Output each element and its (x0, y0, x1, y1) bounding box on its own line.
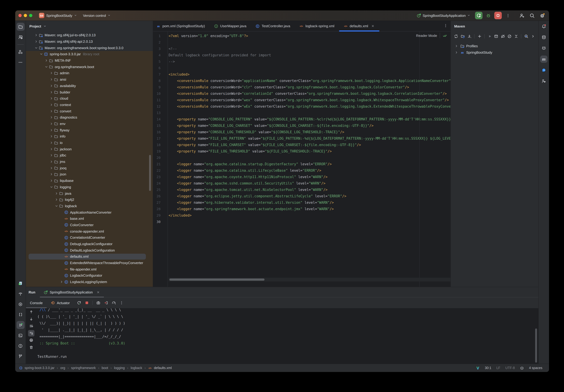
tree-row-META-INF[interactable]: META-INF (26, 57, 153, 64)
status-item[interactable]: UTF-8 (505, 366, 515, 370)
chevron-right-icon[interactable] (454, 44, 459, 48)
maven-toolbar-collapse-button[interactable] (513, 33, 519, 39)
run-button[interactable] (475, 12, 482, 19)
editor-tab-pom.xml-SpringBootStudy-[interactable]: mpom.xml (SpringBootStudy) (153, 21, 210, 31)
tree-row-diagnostics[interactable]: diagnostics (26, 114, 153, 121)
line-number[interactable]: 26 (153, 193, 169, 200)
tree-row-file-appender.xml[interactable]: </>file-appender.xml (26, 266, 153, 272)
line-number[interactable]: 2 (153, 39, 169, 46)
stripe-button-notifications[interactable] (540, 23, 548, 30)
console-output[interactable]: /\\ / ___'_ __ _ _(_)_ __ __ _ \ \ \ \( … (37, 308, 533, 364)
chevron-right-icon[interactable] (49, 128, 54, 132)
line-number[interactable]: 27 (153, 200, 169, 206)
stripe-button-problems[interactable] (16, 342, 25, 350)
console-soft-wrap-button[interactable] (28, 323, 34, 329)
console[interactable]: /\\ / ___'_ __ _ _(_)_ __ __ _ \ \ \ \( … (26, 308, 538, 364)
tree-row-cloud[interactable]: cloud (26, 95, 153, 102)
stripe-button-maven-m[interactable]: m (540, 55, 548, 63)
maven-tree-row-Profiles[interactable]: Profiles (451, 43, 538, 49)
tree-row-CorrelationIdConverter[interactable]: CCorrelationIdConverter (26, 234, 153, 241)
tree-row-context[interactable]: context (26, 102, 153, 108)
chevron-right-icon[interactable] (49, 109, 54, 113)
chevron-right-icon[interactable] (49, 141, 54, 145)
chevron-down-icon[interactable] (34, 46, 39, 50)
line-number[interactable]: 7 (153, 71, 169, 78)
line-number[interactable]: 9 (153, 84, 169, 91)
tree-row-base.xml[interactable]: </>base.xml (26, 216, 153, 222)
chevron-right-icon[interactable] (49, 166, 54, 170)
line-number[interactable]: 1 (153, 33, 169, 39)
tree-row-LogbackConfigurator[interactable]: CLogbackConfigurator (26, 272, 153, 279)
run-toolbar-attach-button[interactable] (103, 300, 109, 306)
tree-row-ApplicationNameConverter[interactable]: CApplicationNameConverter (26, 209, 153, 216)
chevron-right-icon[interactable] (49, 153, 54, 158)
reader-mode-widget[interactable]: Reader Mode (416, 33, 447, 38)
maven-toolbar-cloud-off-button[interactable] (500, 33, 506, 39)
line-number[interactable]: 12 (153, 103, 169, 110)
chevron-right-icon[interactable] (49, 178, 54, 183)
status-item[interactable]: 4 spaces (529, 366, 542, 370)
stripe-button-structure[interactable] (16, 48, 25, 56)
tree-row-convert[interactable]: convert (26, 108, 153, 114)
tree-row-logging[interactable]: logging (26, 184, 153, 190)
run-toolbar-kebab-button[interactable] (118, 300, 125, 306)
stripe-button-build-hammer[interactable] (16, 290, 25, 298)
stripe-button-services[interactable] (16, 300, 25, 308)
maven-toolbar-play-dim-button[interactable] (487, 33, 493, 39)
line-number[interactable]: 11 (153, 97, 169, 103)
console-trash-button[interactable] (28, 344, 34, 351)
line-number[interactable]: 21 (153, 161, 169, 167)
stripe-button-git-branch[interactable] (16, 352, 25, 360)
chevron-right-icon[interactable] (49, 77, 54, 81)
line-number[interactable]: 8 (153, 78, 169, 84)
line-number[interactable]: 22 (153, 167, 169, 174)
chevron-right-icon[interactable] (49, 90, 54, 94)
zoom-window-button[interactable] (29, 14, 32, 17)
console-scrollbar[interactable] (535, 328, 537, 363)
line-number[interactable]: 19 (153, 148, 169, 155)
tree-row-Maven-org.slf4j-slf4j-api-2.0.13[interactable]: Maven: org.slf4j:slf4j-api:2.0.13 (26, 38, 153, 45)
chevron-down-icon[interactable] (39, 52, 43, 56)
tree-row-spring-boot-3.3.0.jar[interactable]: spring-boot-3.3.0.jarlibrary root (26, 51, 153, 57)
project-panel-header[interactable]: Project (26, 21, 153, 31)
stripe-button-copilot-bot[interactable] (540, 45, 548, 52)
scrollbar-thumb[interactable] (169, 279, 265, 281)
stripe-button-gopher-shield[interactable] (16, 279, 25, 287)
run-view-tab-console[interactable]: Console (26, 297, 47, 308)
run-configuration-tab[interactable]: SpringBootStudyApplication (40, 287, 104, 297)
chevron-right-icon[interactable] (49, 147, 54, 151)
code-with-me-users-button[interactable] (518, 12, 525, 19)
tree-row-org.springframework.boot[interactable]: org.springframework.boot (26, 64, 153, 70)
chevron-right-icon[interactable] (49, 71, 54, 75)
line-number[interactable]: 23 (153, 174, 169, 180)
line-number[interactable]: 30 (153, 219, 169, 225)
tree-row-jooq[interactable]: jooq (26, 165, 153, 171)
breadcrumb-item[interactable]: logging (114, 366, 125, 370)
status-item[interactable]: 30:1 (485, 366, 491, 370)
tree-row-LogbackLoggingSystem[interactable]: CLogbackLoggingSystem (26, 279, 153, 285)
stop-button[interactable] (494, 12, 502, 19)
tree-row-json[interactable]: json (26, 171, 153, 177)
maven-toolbar-hide-button[interactable] (530, 33, 536, 39)
close-icon[interactable] (96, 290, 100, 294)
tree-row-defaults.xml[interactable]: </>defaults.xml (26, 253, 153, 260)
line-number[interactable]: 17 (153, 135, 169, 142)
project-tree-scrollbar[interactable] (149, 155, 151, 191)
tree-row-DebugLogbackConfigurator[interactable]: CDebugLogbackConfigurator (26, 241, 153, 247)
breadcrumb-item[interactable]: defaults.xml (154, 366, 172, 370)
tree-row-io[interactable]: io (26, 139, 153, 146)
chevron-right-icon[interactable] (34, 33, 39, 37)
chevron-right-icon[interactable] (49, 134, 54, 139)
chevron-right-icon[interactable] (49, 172, 54, 176)
search-everywhere-button[interactable] (528, 12, 536, 19)
editor-tab-defaults.xml[interactable]: </>defaults.xml (339, 21, 379, 31)
tree-row-Maven-org.springframework.boot-spring-boot-3.3.0[interactable]: Maven: org.springframework.boot:spring-b… (26, 45, 153, 51)
maven-tree-row-SpringBootStudy[interactable]: mSpringBootStudy (451, 49, 538, 56)
line-number[interactable]: 6 (153, 65, 169, 71)
line-number[interactable]: 15 (153, 122, 169, 129)
chevron-right-icon[interactable] (49, 84, 54, 88)
breadcrumb-item[interactable]: org (60, 366, 65, 370)
console-scroll-end-button[interactable] (28, 330, 34, 337)
maven-toolbar-run-goal-button[interactable] (494, 33, 499, 39)
stripe-button-more-dots[interactable] (16, 58, 25, 66)
